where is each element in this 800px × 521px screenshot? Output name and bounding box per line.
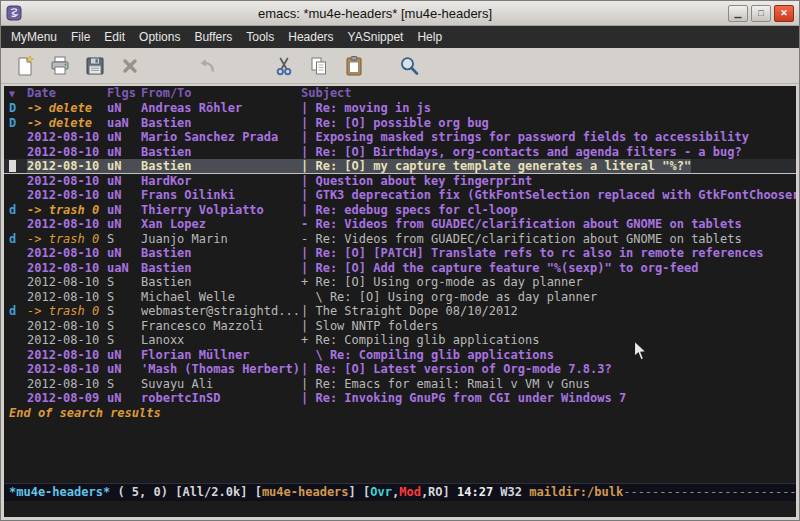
menu-item-headers[interactable]: Headers bbox=[281, 27, 340, 47]
flags-cell: S bbox=[107, 290, 141, 305]
message-row[interactable]: D-> deleteuaNBastien| Re: [O] possible o… bbox=[4, 116, 796, 131]
row-content: 2012-08-10SLanoxx+ Re: Compiling glib ap… bbox=[27, 333, 539, 348]
date-cell: 2012-08-10 bbox=[27, 145, 107, 160]
row-content: 2012-08-10SSuvayu Ali| Re: Emacs for ema… bbox=[27, 377, 590, 392]
from-cell: Bastien bbox=[141, 116, 301, 131]
cut-button[interactable] bbox=[268, 51, 300, 81]
date-cell: 2012-08-10 bbox=[27, 130, 107, 145]
undo-button[interactable] bbox=[191, 51, 223, 81]
flags-cell: uN bbox=[107, 391, 141, 406]
flags-cell: uN bbox=[107, 130, 141, 145]
subject-cell: | Re: [O] Birthdays, org-contacts and ag… bbox=[301, 145, 742, 160]
subject-cell: | Re: edebug specs for cl-loop bbox=[301, 203, 518, 218]
row-content: 2012-08-10SFrancesco Mazzoli| Slow NNTP … bbox=[27, 319, 438, 334]
print-button[interactable] bbox=[44, 51, 76, 81]
mark-cell bbox=[9, 290, 27, 305]
message-row[interactable]: 2012-08-10uNBastien| Re: [O] [PATCH] Tra… bbox=[4, 246, 796, 261]
message-row[interactable]: 2012-08-09uNrobertcInSD| Re: Invoking Gn… bbox=[4, 391, 796, 406]
close-buffer-button[interactable] bbox=[114, 51, 146, 81]
save-icon bbox=[84, 55, 106, 77]
menu-item-file[interactable]: File bbox=[64, 27, 97, 47]
menu-item-mymenu[interactable]: MyMenu bbox=[4, 27, 64, 47]
message-row[interactable]: 2012-08-10SLanoxx+ Re: Compiling glib ap… bbox=[4, 333, 796, 348]
copy-button[interactable] bbox=[303, 51, 335, 81]
message-row[interactable]: 2012-08-10uNXan Lopez- Re: Videos from G… bbox=[4, 217, 796, 232]
message-row[interactable]: 2012-08-10SSuvayu Ali| Re: Emacs for ema… bbox=[4, 377, 796, 392]
mark-cell bbox=[9, 145, 27, 160]
message-row[interactable]: 2012-08-10SMichael Welle \ Re: [O] Using… bbox=[4, 290, 796, 305]
save-button[interactable] bbox=[79, 51, 111, 81]
search-button[interactable] bbox=[393, 51, 425, 81]
date-cell: 2012-08-10 bbox=[27, 275, 107, 290]
subject-cell: | Question about key fingerprint bbox=[301, 174, 532, 189]
column-header-from[interactable]: From/To bbox=[141, 86, 301, 101]
menu-item-yasnippet[interactable]: YASnippet bbox=[341, 27, 411, 47]
message-row[interactable]: 2012-08-10uNBastien| Re: [O] Birthdays, … bbox=[4, 145, 796, 160]
flags-cell: uN bbox=[107, 246, 141, 261]
modeline-sep2: ] bbox=[443, 485, 457, 499]
date-cell: -> trash 0 bbox=[27, 232, 107, 247]
close-button[interactable]: ✕ bbox=[774, 5, 794, 22]
from-cell: Bastien bbox=[141, 246, 301, 261]
subject-cell: | Re: [O] Add the capture feature "%(sex… bbox=[301, 261, 698, 276]
mouse-cursor bbox=[633, 340, 648, 362]
column-header-subject[interactable]: Subject bbox=[301, 86, 352, 101]
menu-item-help[interactable]: Help bbox=[410, 27, 449, 47]
mark-cell: d bbox=[9, 232, 27, 247]
menu-item-tools[interactable]: Tools bbox=[239, 27, 281, 47]
mode-line[interactable]: *mu4e-headers* ( 5, 0) [All/2.0k] [mu4e-… bbox=[4, 483, 796, 501]
flags-cell: S bbox=[107, 304, 141, 319]
menu-item-options[interactable]: Options bbox=[132, 27, 187, 47]
modeline-flag-mod: Mod bbox=[399, 485, 421, 499]
end-of-results: End of search results bbox=[4, 406, 796, 421]
date-cell: 2012-08-10 bbox=[27, 290, 107, 305]
new-file-button[interactable] bbox=[9, 51, 41, 81]
title-bar[interactable]: emacs: *mu4e-headers* [mu4e-headers] ▁ □… bbox=[1, 1, 799, 26]
row-content: -> deleteuaNBastien| Re: [O] possible or… bbox=[27, 116, 489, 131]
minimize-button[interactable]: ▁ bbox=[728, 5, 748, 22]
new-file-icon bbox=[14, 55, 36, 77]
flags-cell: S bbox=[107, 377, 141, 392]
modeline-major-mode: mu4e-headers bbox=[262, 485, 349, 499]
date-cell: 2012-08-10 bbox=[27, 188, 107, 203]
message-row[interactable]: 2012-08-10uNFlorian Müllner \ Re: Compil… bbox=[4, 348, 796, 363]
from-cell: Bastien bbox=[141, 145, 301, 160]
column-header-flags[interactable]: Flgs bbox=[107, 86, 141, 101]
subject-cell: | Re: [O] possible org bug bbox=[301, 116, 489, 131]
mark-cell: d bbox=[9, 304, 27, 319]
menu-item-buffers[interactable]: Buffers bbox=[187, 27, 239, 47]
message-row[interactable]: 2012-08-10uaNBastien| Re: [O] Add the ca… bbox=[4, 261, 796, 276]
menu-item-edit[interactable]: Edit bbox=[97, 27, 132, 47]
column-header-date[interactable]: Date bbox=[27, 86, 107, 101]
message-row[interactable]: 2012-08-10SFrancesco Mazzoli| Slow NNTP … bbox=[4, 319, 796, 334]
flags-cell: uN bbox=[107, 159, 141, 173]
message-row[interactable]: d-> trash 0Swebmaster@straightd...| The … bbox=[4, 304, 796, 319]
message-row[interactable]: d-> trash 0SJuanjo Marin- Re: Videos fro… bbox=[4, 232, 796, 247]
message-row[interactable]: 2012-08-10uNHardKor| Question about key … bbox=[4, 174, 796, 189]
message-row[interactable]: 2012-08-10uNBastien| Re: [O] my capture … bbox=[4, 159, 796, 174]
paste-button[interactable] bbox=[338, 51, 370, 81]
date-cell: 2012-08-10 bbox=[27, 362, 107, 377]
message-row[interactable]: 2012-08-10uNMario Sanchez Prada| Exposin… bbox=[4, 130, 796, 145]
echo-area[interactable] bbox=[4, 501, 796, 517]
mark-cell: D bbox=[9, 116, 27, 131]
message-row[interactable]: 2012-08-10SBastien+ Re: [O] Using org-mo… bbox=[4, 275, 796, 290]
menu-bar: MyMenuFileEditOptionsBuffersToolsHeaders… bbox=[1, 26, 799, 48]
modeline-sep1: ] [ bbox=[349, 485, 371, 499]
from-cell: Bastien bbox=[141, 275, 301, 290]
message-row[interactable]: 2012-08-10uNFrans Oilinki| GTK3 deprecat… bbox=[4, 188, 796, 203]
from-cell: Bastien bbox=[141, 261, 301, 276]
message-list: D-> deleteuNAndreas Röhler| Re: moving i… bbox=[4, 101, 796, 483]
message-row[interactable]: 2012-08-10uN'Mash (Thomas Herbert)| Re: … bbox=[4, 362, 796, 377]
message-row[interactable]: d-> trash 0uNThierry Volpiatto| Re: edeb… bbox=[4, 203, 796, 218]
print-icon bbox=[49, 55, 71, 77]
mark-cell bbox=[9, 362, 27, 377]
message-row[interactable]: D-> deleteuNAndreas Röhler| Re: moving i… bbox=[4, 101, 796, 116]
maximize-button[interactable]: □ bbox=[751, 5, 771, 22]
flags-cell: S bbox=[107, 275, 141, 290]
date-cell: 2012-08-10 bbox=[27, 159, 107, 173]
subject-cell: - Re: Videos from GUADEC/clarification a… bbox=[301, 232, 742, 247]
from-cell: Suvayu Ali bbox=[141, 377, 301, 392]
window-title: emacs: *mu4e-headers* [mu4e-headers] bbox=[25, 6, 725, 21]
date-cell: 2012-08-10 bbox=[27, 246, 107, 261]
